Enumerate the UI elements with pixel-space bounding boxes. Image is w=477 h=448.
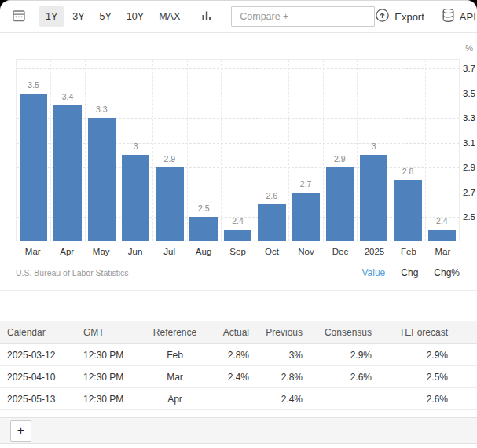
bar-value-label: 3.5 bbox=[17, 80, 50, 90]
api-label: API bbox=[460, 11, 476, 23]
bar-column: 2.7 bbox=[288, 60, 322, 241]
export-button[interactable]: Export bbox=[375, 8, 424, 25]
y-tick-label: 2.7 bbox=[463, 188, 475, 197]
column-header-consensus: Consensus bbox=[312, 321, 381, 344]
range-button-3y[interactable]: 3Y bbox=[66, 6, 90, 27]
bar-dec bbox=[326, 167, 354, 241]
y-tick-label: 3.3 bbox=[463, 113, 475, 123]
bar-jun bbox=[122, 155, 150, 241]
range-button-5y[interactable]: 5Y bbox=[94, 6, 118, 27]
table-cell bbox=[312, 388, 381, 410]
toolbar: 1Y3Y5Y10YMAX Export bbox=[0, 1, 477, 33]
y-tick-label: 2.5 bbox=[463, 212, 475, 222]
calendar-table: CalendarGMTReferenceActualPreviousConsen… bbox=[0, 321, 477, 410]
table-cell: 2025-03-12 bbox=[0, 344, 76, 366]
table-cell: 2.4% bbox=[212, 366, 259, 388]
x-tick-label: Dec bbox=[323, 241, 357, 256]
y-tick-label: 3.5 bbox=[463, 89, 475, 98]
bar-nov bbox=[292, 193, 320, 241]
compare-input[interactable] bbox=[231, 6, 375, 27]
table-cell: 12:30 PM bbox=[76, 366, 138, 388]
bar-column: 2.8 bbox=[391, 60, 424, 241]
chart-type-button[interactable] bbox=[198, 7, 215, 27]
bar-2025 bbox=[360, 155, 388, 241]
bar-jul bbox=[156, 167, 184, 241]
bar-value-label: 2.9 bbox=[152, 154, 186, 163]
bar-mar bbox=[428, 230, 457, 241]
mode-button-chg[interactable]: Chg bbox=[401, 267, 418, 278]
y-tick-label: 3.7 bbox=[463, 64, 475, 73]
x-tick-label: 2025 bbox=[358, 241, 391, 256]
x-axis-labels: MarAprMayJunJulAugSepOctNovDec2025FebMar bbox=[16, 241, 460, 256]
bar-column: 2.9 bbox=[323, 60, 357, 241]
inflation-widget: 1Y3Y5Y10YMAX Export bbox=[0, 0, 477, 448]
mode-button-chgpct[interactable]: Chg% bbox=[434, 267, 460, 278]
chart-footer: U.S. Bureau of Labor Statistics ValueChg… bbox=[16, 267, 460, 290]
bar-column: 2.5 bbox=[187, 60, 221, 241]
bar-aug bbox=[189, 217, 218, 241]
bar-value-label: 3 bbox=[119, 141, 152, 151]
bar-chart-plot: 2.52.72.93.13.33.53.73.53.43.332.92.52.4… bbox=[16, 59, 460, 241]
bar-value-label: 3.3 bbox=[85, 105, 119, 114]
bar-may bbox=[88, 118, 116, 241]
range-button-10y[interactable]: 10Y bbox=[120, 6, 150, 27]
table-cell: 2.8% bbox=[259, 366, 312, 388]
table-cell: Apr bbox=[138, 388, 212, 410]
table-row: 2025-05-1312:30 PMApr2.4%2.6% bbox=[0, 388, 477, 410]
bar-value-label: 2.4 bbox=[425, 216, 459, 226]
column-header-reference: Reference bbox=[138, 321, 212, 344]
range-selector: 1Y3Y5Y10YMAX bbox=[39, 6, 189, 27]
x-tick-label: Sep bbox=[221, 241, 255, 256]
column-header-calendar: Calendar bbox=[0, 321, 76, 344]
bar-value-label: 2.8 bbox=[391, 167, 424, 176]
bar-column: 3.3 bbox=[85, 60, 119, 241]
y-tick-label: 3.1 bbox=[463, 138, 475, 148]
table-row: 2025-04-1012:30 PMMar2.4%2.8%2.6%2.5% bbox=[0, 366, 477, 388]
bar-feb bbox=[394, 180, 422, 241]
toolbar-right: Export API ⋮ bbox=[375, 8, 477, 25]
chart-section: % 2.52.72.93.13.33.53.73.53.43.332.92.52… bbox=[0, 33, 477, 291]
table-cell: Mar bbox=[138, 366, 212, 388]
footer-strip: + bbox=[0, 417, 477, 444]
x-tick-label: Apr bbox=[50, 241, 83, 256]
range-button-1y[interactable]: 1Y bbox=[39, 6, 64, 27]
add-button[interactable]: + bbox=[10, 420, 31, 442]
bar-column: 3 bbox=[357, 60, 391, 241]
bar-oct bbox=[258, 204, 286, 241]
range-button-max[interactable]: MAX bbox=[152, 6, 186, 27]
table-cell: 12:30 PM bbox=[76, 344, 138, 366]
mode-button-value[interactable]: Value bbox=[361, 267, 385, 278]
x-tick-label: Jun bbox=[118, 241, 152, 256]
export-label: Export bbox=[394, 11, 424, 23]
x-tick-label: Jul bbox=[152, 241, 186, 256]
api-button[interactable]: API bbox=[442, 8, 476, 25]
x-tick-label: May bbox=[84, 241, 118, 256]
database-icon bbox=[442, 8, 455, 25]
table-cell: 2.9% bbox=[381, 344, 477, 366]
y-axis-unit: % bbox=[465, 43, 473, 53]
bar-column: 3.4 bbox=[50, 60, 84, 241]
bar-column: 2.4 bbox=[221, 60, 255, 241]
bar-column: 2.9 bbox=[152, 60, 186, 241]
table-header-row: CalendarGMTReferenceActualPreviousConsen… bbox=[0, 321, 477, 344]
calendar-button[interactable] bbox=[9, 6, 28, 28]
column-header-gmt: GMT bbox=[76, 321, 138, 344]
table-cell: 3% bbox=[259, 344, 312, 366]
bar-column: 2.6 bbox=[255, 60, 288, 241]
column-header-previous: Previous bbox=[259, 321, 312, 344]
bar-value-label: 2.4 bbox=[221, 216, 255, 226]
bar-value-label: 2.6 bbox=[255, 191, 288, 200]
x-tick-label: Feb bbox=[391, 241, 425, 256]
bar-column: 3.5 bbox=[17, 60, 50, 241]
table-cell: 12:30 PM bbox=[76, 388, 138, 410]
bar-value-label: 3.4 bbox=[50, 92, 84, 101]
y-tick-label: 2.9 bbox=[463, 163, 475, 172]
bar-value-label: 3 bbox=[357, 141, 391, 151]
table-cell bbox=[212, 388, 259, 410]
bar-chart-icon bbox=[200, 9, 213, 24]
source-attribution: U.S. Bureau of Labor Statistics bbox=[16, 268, 129, 277]
calendar-icon bbox=[12, 9, 26, 25]
bar-mar bbox=[20, 94, 48, 241]
table-cell: 2025-05-13 bbox=[0, 388, 76, 410]
bar-value-label: 2.7 bbox=[288, 179, 322, 189]
